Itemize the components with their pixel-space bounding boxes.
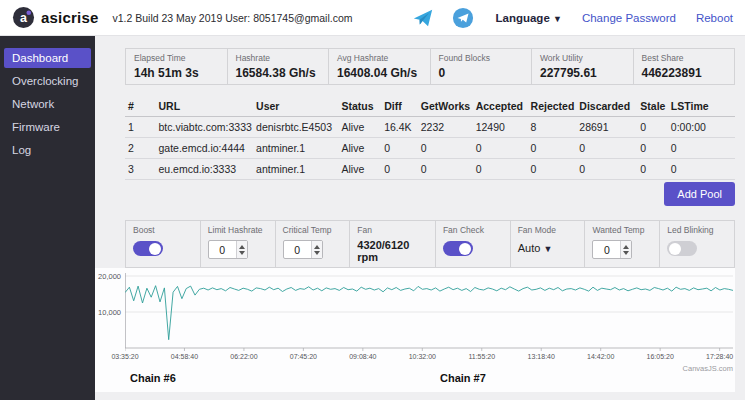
spin-down-icon[interactable] [623,251,629,255]
table-cell: 0:00:00 [668,117,735,138]
wanted-temp-control: Wanted Temp 0 [584,220,660,268]
canvasjs-watermark[interactable]: CanvasJS.com [683,364,733,373]
sidebar-item-network[interactable]: Network [4,94,91,114]
table-header-cell: Status [338,96,381,117]
control-label: Led Blinking [667,225,727,235]
table-header-cell: Discarded [576,96,637,117]
stats-row: Elapsed Time 14h 51m 3s Hashrate 16584.3… [125,48,735,85]
x-axis-tick-label: 11:55:20 [468,353,495,360]
svg-text:a: a [20,11,27,25]
table-cell: 0 [473,159,528,180]
x-axis-tick-label: 06:22:00 [230,353,257,360]
table-row: 1btc.viabtc.com:3333denisrbtc.E4503Alive… [125,117,735,138]
sidebar-item-dashboard[interactable]: Dashboard [4,48,91,68]
spin-up-icon[interactable] [623,245,629,249]
table-cell: 0 [637,159,668,180]
table-row: 2gate.emcd.io:4444antminer.1Alive0000000 [125,138,735,159]
chevron-down-icon: ▼ [543,244,552,254]
control-label: Critical Temp [283,225,343,235]
toggle-knob [459,243,471,255]
stat-label: Best Share [642,53,727,63]
led-blinking-control: Led Blinking [659,220,735,268]
chevron-down-icon: ▼ [553,14,562,24]
table-header-cell: GetWorks [418,96,473,117]
fan-control: Fan 4320/6120rpm [349,220,436,268]
table-header-cell: LSTime [668,96,735,117]
spinner-buttons[interactable] [236,241,247,258]
stat-label: Elapsed Time [134,53,219,63]
x-axis-tick-label: 14:42:00 [587,353,614,360]
sidebar-item-firmware[interactable]: Firmware [4,117,91,137]
table-cell: Alive [338,117,381,138]
fan-mode-control: Fan Mode Auto ▼ [510,220,586,268]
critical-temp-input[interactable]: 0 [283,240,323,259]
add-pool-button[interactable]: Add Pool [664,182,735,206]
stat-value: 16408.04 Gh/s [337,66,422,80]
table-cell: 0 [418,159,473,180]
x-axis-tick-label: 07:45:20 [290,353,317,360]
reboot-link[interactable]: Reboot [696,12,733,24]
table-cell: antminer.1 [253,138,338,159]
sidebar-item-log[interactable]: Log [4,140,91,160]
table-cell: 8 [528,117,577,138]
boost-toggle[interactable] [133,241,163,256]
stat-label: Hashrate [236,53,321,63]
table-cell: 0 [528,159,577,180]
x-axis-tick-label: 10:32:00 [409,353,436,360]
chart-panel: 20,00010,000 03:35:2004:58:4006:22:0007:… [95,268,735,392]
led-blinking-toggle[interactable] [667,241,697,256]
spin-up-icon[interactable] [239,245,245,249]
chat-channel-icon[interactable] [451,6,475,30]
toggle-knob [149,243,161,255]
control-label: Limit Hashrate [208,225,268,235]
spinner-buttons[interactable] [311,241,322,258]
control-label: Wanted Temp [592,225,652,235]
top-header: a asicrise v1.2 Build 23 May 2019 User: … [0,0,745,36]
brand-name: asicrise [41,9,98,26]
table-cell: 0 [473,138,528,159]
input-value: 0 [284,241,311,258]
telegram-icon[interactable] [411,6,435,30]
critical-temp-control: Critical Temp 0 [275,220,351,268]
table-header-cell: # [125,96,156,117]
hashrate-line-series [125,286,733,340]
main-content: Elapsed Time 14h 51m 3s Hashrate 16584.3… [95,36,745,400]
stat-work-utility: Work Utility 227795.61 [531,48,634,85]
table-cell: 16.4K [381,117,418,138]
fan-mode-select[interactable]: Auto ▼ [518,242,578,254]
table-cell: 0 [381,138,418,159]
spinner-buttons[interactable] [620,241,631,258]
table-cell: gate.emcd.io:4444 [156,138,254,159]
stat-best-share: Best Share 446223891 [633,48,736,85]
stat-value: 14h 51m 3s [134,66,219,80]
spin-down-icon[interactable] [239,251,245,255]
wanted-temp-input[interactable]: 0 [592,240,632,259]
language-dropdown[interactable]: Language ▼ [495,12,561,24]
table-cell: 0 [576,159,637,180]
table-cell: Alive [338,159,381,180]
spin-down-icon[interactable] [314,251,320,255]
stat-value: 446223891 [642,66,727,80]
fan-check-toggle[interactable] [443,241,473,256]
asicrise-logo-icon: a [12,6,35,29]
table-header-cell: URL [156,96,254,117]
legend-chain-7[interactable]: Chain #7 [440,372,486,384]
limit-hashrate-control: Limit Hashrate 0 [200,220,276,268]
x-axis-tick-label: 16:05:20 [647,353,674,360]
y-axis-tick-label: 20,000 [98,272,121,281]
select-value: Auto [518,242,541,254]
x-axis-tick-label: 13:18:40 [528,353,555,360]
control-label: Fan Mode [518,225,578,235]
input-value: 0 [209,241,236,258]
limit-hashrate-input[interactable]: 0 [208,240,248,259]
y-axis-tick-label: 10,000 [98,308,121,317]
sidebar-item-overclocking[interactable]: Overclocking [4,71,91,91]
table-header-cell: Rejected [528,96,577,117]
legend-chain-6[interactable]: Chain #6 [130,372,176,384]
sidebar: Dashboard Overclocking Network Firmware … [0,36,95,400]
change-password-link[interactable]: Change Password [582,12,676,24]
spin-up-icon[interactable] [314,245,320,249]
table-cell: 1 [125,117,156,138]
table-cell: 0 [381,159,418,180]
input-value: 0 [593,241,620,258]
